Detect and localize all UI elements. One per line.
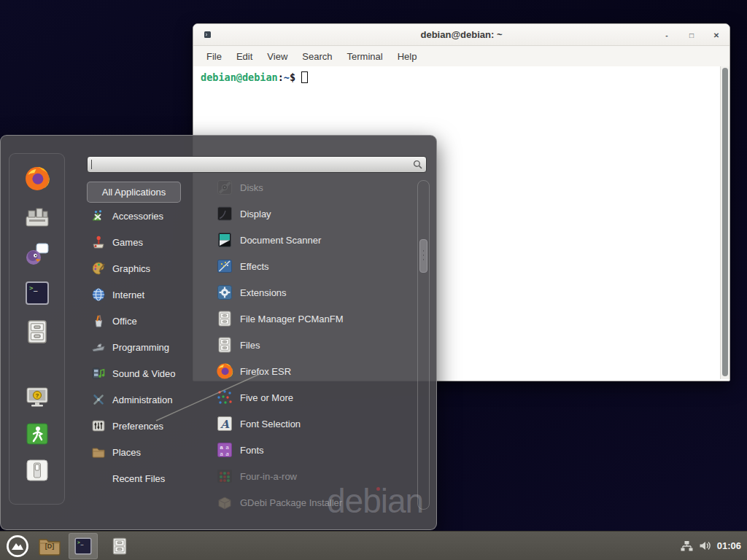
- svg-text:_: _: [34, 284, 38, 292]
- app-font-selection[interactable]: AFont Selection: [193, 411, 418, 437]
- app-effects[interactable]: Effects: [193, 253, 418, 279]
- search-box[interactable]: [87, 156, 427, 173]
- application-menu: >_? All Applications AccessoriesGamesGra…: [0, 135, 437, 530]
- prompt-dollar: $: [290, 71, 295, 83]
- file-manager-icon: [110, 537, 129, 556]
- app-document-scanner[interactable]: Document Scanner: [193, 227, 418, 253]
- favorite-file-cabinet-icon[interactable]: [24, 319, 50, 345]
- terminal-cursor: [301, 71, 308, 83]
- terminal-icon: >_: [74, 537, 93, 556]
- firefox-icon: [24, 166, 50, 192]
- graphics-icon: [91, 261, 106, 276]
- terminal-menu-terminal[interactable]: Terminal: [340, 48, 390, 65]
- app-label: Fonts: [240, 445, 264, 456]
- app-five-or-more[interactable]: Five or More: [193, 384, 418, 411]
- category-places[interactable]: Places: [87, 439, 193, 465]
- terminal-menu-edit[interactable]: Edit: [229, 48, 260, 65]
- category-accessories[interactable]: Accessories: [87, 203, 193, 229]
- category-label: Sound & Video: [112, 368, 176, 379]
- category-internet[interactable]: Internet: [87, 281, 193, 308]
- category-sound-video[interactable]: Sound & Video: [87, 360, 193, 386]
- category-label: Preferences: [112, 421, 163, 432]
- favorite-pidgin-icon[interactable]: [24, 241, 50, 268]
- terminal-scrollbar-thumb[interactable]: [722, 68, 728, 376]
- category-label: Administration: [112, 394, 172, 405]
- prompt-colon: :: [278, 71, 284, 83]
- favorite-software-manager-icon[interactable]: [24, 205, 50, 231]
- font-selection-icon: A: [216, 415, 233, 432]
- show-desktop-button[interactable]: [D]: [38, 536, 61, 556]
- taskbar-files-task[interactable]: [105, 533, 134, 559]
- accessories-icon: [91, 209, 106, 223]
- app-firefox-esr[interactable]: Firefox ESR: [193, 358, 418, 384]
- minimize-button[interactable]: -: [662, 31, 671, 39]
- menu-scrollbar-thumb[interactable]: [419, 239, 427, 273]
- search-icon: [413, 160, 422, 169]
- maximize-button[interactable]: □: [687, 31, 696, 39]
- app-label: Disks: [240, 182, 263, 193]
- search-input[interactable]: [93, 157, 413, 172]
- favorite-screensaver-icon[interactable]: ?: [24, 384, 50, 411]
- category-graphics[interactable]: Graphics: [87, 255, 193, 281]
- application-list: DisksDisplayDocument ScannerEffectsExten…: [193, 174, 418, 517]
- terminal-scrollbar[interactable]: [720, 66, 729, 379]
- menu-scrollbar[interactable]: [417, 180, 430, 510]
- terminal-title: debian@debian: ~: [193, 29, 729, 40]
- category-programming[interactable]: Programming: [87, 334, 193, 360]
- disks-icon: [216, 179, 233, 196]
- category-label: Internet: [112, 289, 144, 300]
- internet-icon: [91, 287, 106, 302]
- app-label: GDebi Package Installer: [240, 497, 342, 508]
- administration-icon: [91, 392, 106, 407]
- taskbar-terminal-task[interactable]: >_: [69, 533, 98, 559]
- favorite-shutdown-icon[interactable]: [24, 457, 50, 483]
- app-label: Extensions: [240, 287, 287, 298]
- menu-button[interactable]: [6, 534, 29, 558]
- category-administration[interactable]: Administration: [87, 386, 193, 413]
- display-icon: [216, 205, 233, 222]
- category-preferences[interactable]: Preferences: [87, 413, 193, 439]
- app-four-in-a-row[interactable]: Four-in-a-row: [193, 463, 418, 489]
- terminal-menu-view[interactable]: View: [260, 48, 295, 65]
- shutdown-icon: [24, 457, 50, 483]
- app-file-manager-pcmanfm[interactable]: File Manager PCManFM: [193, 306, 418, 332]
- category-label: Programming: [112, 342, 169, 353]
- clock[interactable]: 01:06: [717, 540, 741, 551]
- network-icon[interactable]: [681, 540, 693, 551]
- volume-icon[interactable]: [699, 540, 711, 551]
- prompt-path: ~: [284, 71, 290, 83]
- gdebi-icon: [216, 494, 233, 511]
- terminal-menu-help[interactable]: Help: [390, 48, 425, 65]
- app-display[interactable]: Display: [193, 201, 418, 227]
- app-files[interactable]: Files: [193, 332, 418, 358]
- scrollbar-grip: [423, 259, 424, 260]
- app-extensions[interactable]: Extensions: [193, 279, 418, 306]
- scrollbar-grip: [423, 250, 424, 252]
- app-label: Five or More: [240, 392, 293, 403]
- terminal-window-icon: [204, 31, 212, 39]
- system-tray: 01:06: [681, 540, 747, 551]
- file-cabinet-icon: [24, 319, 50, 345]
- favorite-logout-icon[interactable]: [24, 421, 50, 447]
- programming-icon: [91, 340, 106, 354]
- app-fonts[interactable]: aaaaFonts: [193, 437, 418, 463]
- category-label: Office: [112, 316, 137, 327]
- terminal-menu-search[interactable]: Search: [295, 48, 339, 65]
- close-button[interactable]: ✕: [712, 31, 721, 39]
- terminal-titlebar[interactable]: debian@debian: ~ - □ ✕: [193, 24, 729, 46]
- category-recent-files[interactable]: Recent Files: [87, 465, 193, 491]
- favorite-terminal-icon[interactable]: >_: [24, 280, 50, 306]
- scrollbar-grip: [423, 254, 424, 256]
- terminal-menu-file[interactable]: File: [199, 48, 229, 65]
- all-applications-button[interactable]: All Applications: [87, 182, 181, 203]
- category-office[interactable]: Office: [87, 308, 193, 334]
- app-gdebi-package-installer[interactable]: GDebi Package Installer: [193, 489, 418, 516]
- games-icon: [91, 235, 106, 249]
- app-label: Files: [240, 340, 260, 351]
- preferences-icon: [91, 419, 106, 433]
- category-games[interactable]: Games: [87, 229, 193, 255]
- category-label: Recent Files: [112, 473, 165, 484]
- category-list: AccessoriesGamesGraphicsInternetOfficePr…: [87, 203, 193, 491]
- favorite-firefox-icon[interactable]: [24, 166, 50, 192]
- app-disks[interactable]: Disks: [193, 174, 418, 201]
